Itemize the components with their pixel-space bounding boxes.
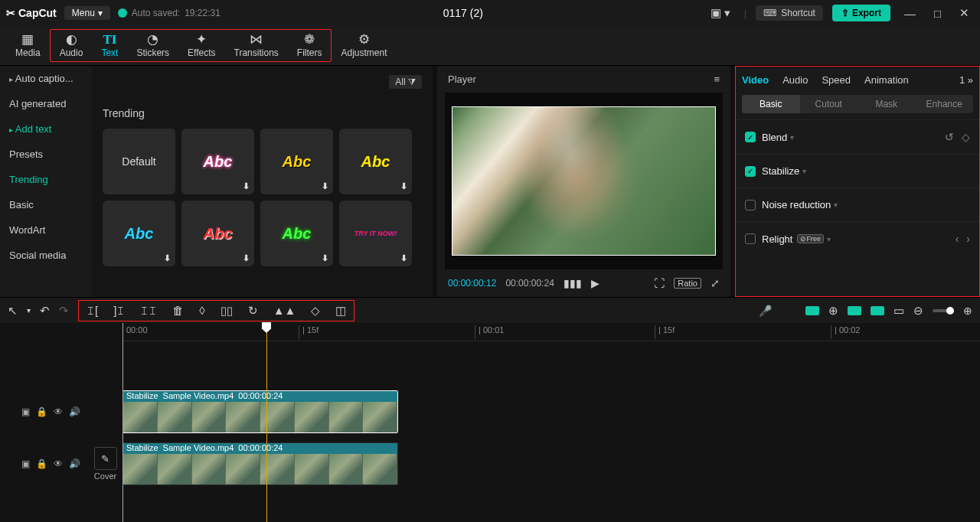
subtab-mask[interactable]: Mask [858, 95, 916, 113]
snap-toggle-1[interactable] [805, 306, 819, 315]
side-presets[interactable]: Presets [0, 142, 92, 167]
next-icon[interactable]: › [966, 233, 970, 245]
cursor-tool[interactable]: ↖ [8, 304, 18, 318]
minimize-button[interactable]: — [900, 7, 920, 20]
side-auto-captions[interactable]: Auto captio... [0, 66, 92, 91]
side-trending[interactable]: Trending [0, 167, 92, 192]
playhead[interactable] [266, 323, 267, 522]
ribbon-effects[interactable]: ✦Effects [178, 30, 224, 61]
subtab-cutout[interactable]: Cutout [800, 95, 858, 113]
fullscreen-icon[interactable]: ⤢ [710, 277, 720, 289]
split-tool[interactable]: 𝙸[ [87, 304, 98, 318]
ribbon-media[interactable]: ▦ Media [6, 30, 50, 61]
redo-button[interactable]: ↷ [59, 304, 69, 318]
download-icon[interactable]: ⬇ [322, 253, 328, 263]
split-right-tool[interactable]: 𝙸𝙸 [140, 304, 157, 318]
prev-icon[interactable]: ‹ [956, 233, 959, 245]
text-preset-thumb[interactable]: TRY IT NOW!⬇ [339, 201, 412, 266]
side-wordart[interactable]: WordArt [0, 217, 92, 243]
text-preset-thumb[interactable]: Abc⬇ [260, 129, 333, 194]
tab-audio[interactable]: Audio [782, 74, 808, 86]
checkbox[interactable]: ✓ [745, 166, 756, 177]
shield-tool[interactable]: ◊ [199, 304, 204, 317]
ribbon-adjustment[interactable]: ⚙Adjustment [332, 30, 396, 61]
speaker-icon[interactable]: 🔊 [69, 458, 80, 469]
checkbox[interactable] [745, 200, 756, 210]
ribbon-text[interactable]: TIText [92, 30, 127, 61]
cover-button[interactable]: ✎ Cover [88, 447, 122, 481]
text-preset-thumb[interactable]: Abc⬇ [181, 129, 254, 194]
ribbon-audio[interactable]: ◐Audio [51, 30, 93, 61]
keyframe-icon[interactable]: ◇ [962, 131, 970, 143]
prop-relight[interactable]: Relight⊘Free▾‹› [736, 221, 979, 256]
mic-icon[interactable]: 🎤 [759, 305, 772, 317]
tab-more[interactable]: 1 » [959, 74, 973, 86]
player-viewport[interactable] [445, 93, 723, 269]
mirror-tool[interactable]: ▲▲ [273, 304, 296, 317]
text-preset-thumb[interactable]: Default [103, 129, 175, 194]
cursor-dropdown[interactable]: ▾ [27, 306, 31, 315]
side-social[interactable]: Social media [0, 243, 92, 268]
delete-tool[interactable]: 🗑 [172, 304, 184, 317]
zoom-in-icon[interactable]: ⊕ [963, 305, 972, 317]
time-ruler[interactable]: 00:00| 15f| 00:01| 15f| 00:02 [122, 323, 980, 341]
subtab-basic[interactable]: Basic [742, 95, 800, 113]
eye-icon[interactable]: 👁 [54, 406, 63, 417]
expand-icon[interactable]: ▣ [21, 406, 30, 417]
side-add-text[interactable]: Add text [0, 116, 92, 142]
subtab-enhance[interactable]: Enhance [916, 95, 974, 113]
lock-icon[interactable]: 🔒 [36, 406, 47, 417]
download-icon[interactable]: ⬇ [400, 253, 407, 263]
text-preset-thumb[interactable]: Abc⬇ [260, 201, 333, 266]
magnet-icon[interactable]: ⊕ [828, 304, 838, 318]
download-icon[interactable]: ⬇ [322, 181, 328, 191]
checkbox[interactable] [745, 233, 756, 244]
prop-blend[interactable]: ✓Blend▾↺◇ [736, 119, 979, 154]
snap-toggle-3[interactable] [871, 306, 884, 315]
download-icon[interactable]: ⬇ [243, 181, 250, 191]
undo-icon[interactable]: ↺ [945, 131, 954, 143]
undo-button[interactable]: ↶ [40, 304, 50, 318]
ribbon-stickers[interactable]: ◔Stickers [127, 30, 178, 61]
side-ai-generated[interactable]: AI generated [0, 91, 92, 116]
layout-icon[interactable]: ▣ ▾ [706, 6, 735, 20]
download-icon[interactable]: ⬇ [400, 181, 407, 191]
bars-icon[interactable]: ▮▮▮ [564, 277, 582, 289]
play-button[interactable]: ▶ [591, 277, 599, 289]
download-icon[interactable]: ⬇ [243, 253, 250, 263]
expand-icon[interactable]: ▣ [21, 458, 30, 469]
track-controls-2[interactable]: ▣ 🔒 👁 🔊 [0, 458, 88, 469]
track-controls-1[interactable]: ▣ 🔒 👁 🔊 [0, 406, 88, 417]
ratio-button[interactable]: Ratio [674, 278, 701, 289]
crop-tool[interactable]: ◫ [335, 304, 346, 318]
eye-icon[interactable]: 👁 [54, 458, 63, 469]
ribbon-filters[interactable]: ❁Filters [288, 30, 332, 61]
text-preset-thumb[interactable]: Abc⬇ [181, 201, 254, 266]
prop-stabilize[interactable]: ✓Stabilize▾ [736, 154, 979, 188]
close-button[interactable]: ✕ [955, 6, 974, 20]
checkbox[interactable]: ✓ [745, 132, 756, 142]
zoom-out-icon[interactable]: ⊖ [913, 304, 923, 318]
zoom-slider[interactable] [933, 309, 954, 312]
maximize-button[interactable]: □ [929, 7, 946, 20]
preview-icon[interactable]: ▭ [893, 304, 904, 318]
text-preset-thumb[interactable]: Abc⬇ [103, 201, 175, 266]
download-icon[interactable]: ⬇ [164, 253, 171, 263]
text-preset-thumb[interactable]: Abc⬇ [339, 129, 412, 194]
split-left-tool[interactable]: ]𝙸 [113, 304, 125, 318]
menu-button[interactable]: Menu ▾ [64, 6, 110, 20]
player-menu-icon[interactable]: ≡ [714, 73, 720, 85]
frame-tool[interactable]: ▯▯ [220, 304, 233, 318]
clip-1[interactable]: StabilizeSample Video.mp400:00:00:24 [122, 390, 398, 433]
export-button[interactable]: ⇪ Export [832, 5, 890, 21]
reverse-tool[interactable]: ↻ [248, 304, 258, 318]
snap-toggle-2[interactable] [848, 306, 861, 315]
rotate-tool[interactable]: ◇ [311, 304, 320, 318]
tab-video[interactable]: Video [742, 74, 769, 86]
ribbon-transitions[interactable]: ⋈Transitions [225, 30, 288, 61]
tab-animation[interactable]: Animation [864, 74, 909, 86]
prop-noise-reduction[interactable]: Noise reduction▾ [736, 188, 979, 221]
lock-icon[interactable]: 🔒 [36, 458, 47, 469]
timeline[interactable]: 00:00| 15f| 00:01| 15f| 00:02 ▣ 🔒 👁 🔊 St… [0, 323, 980, 522]
shortcut-button[interactable]: ⌨ Shortcut [756, 5, 823, 21]
